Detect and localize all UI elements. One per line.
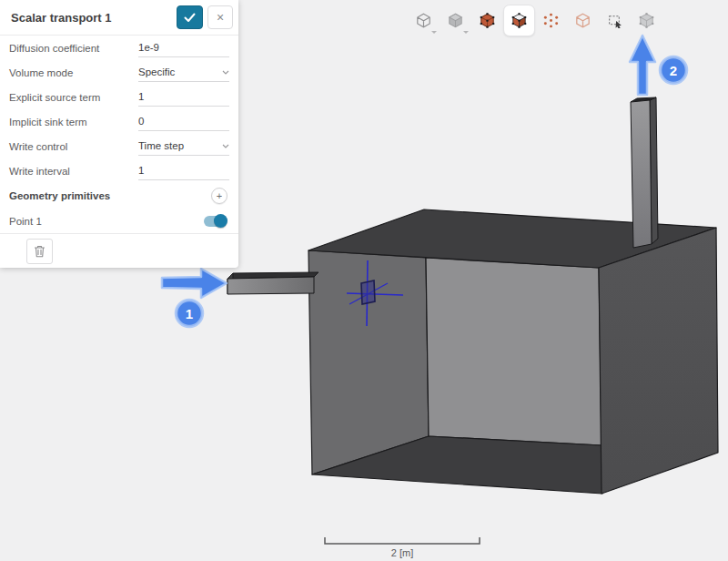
dropdown-caret-icon[interactable] (431, 31, 437, 34)
field-label: Implicit sink term (9, 117, 138, 128)
explicit-source-term-input[interactable] (138, 91, 229, 102)
select-faces-button[interactable] (503, 5, 535, 36)
trash-icon (34, 245, 46, 258)
geometry-primitives-section: Geometry primitives + (0, 183, 238, 209)
plus-icon: + (217, 190, 222, 201)
field-label: Write control (9, 141, 138, 152)
delete-button[interactable] (26, 239, 53, 264)
select-volumes-button[interactable] (471, 5, 503, 36)
selection-toolbar (408, 5, 662, 36)
field-row-explicit-source-term: Explicit source term (0, 85, 238, 109)
scalar-transport-settings-panel: Scalar transport 1 × Diffusion coefficie… (0, 0, 238, 268)
field-label: Volume mode (9, 67, 138, 78)
wireframe-cube-icon (416, 13, 431, 28)
callout-1-label: 1 (186, 306, 193, 321)
box-select-icon (607, 13, 622, 28)
panel-footer (0, 233, 238, 268)
panel-header: Scalar transport 1 × (0, 0, 238, 36)
outlet-pipe[interactable] (631, 97, 658, 248)
point-cube-glyph (361, 280, 375, 304)
add-geometry-primitive-button[interactable]: + (211, 188, 228, 204)
hide-selection-button (631, 5, 662, 36)
inlet-pipe[interactable] (228, 272, 318, 294)
dropdown-caret-icon[interactable] (463, 31, 469, 34)
solid-cube-icon (448, 13, 463, 28)
select-faces-icon (511, 13, 527, 28)
panel-title: Scalar transport 1 (11, 11, 177, 25)
field-row-write-interval: Write interval (0, 158, 238, 183)
solid-view-button[interactable] (440, 5, 471, 36)
check-icon (184, 13, 196, 23)
write-interval-input[interactable] (138, 165, 229, 176)
point-1-toggle[interactable] (204, 216, 226, 227)
box-geometry[interactable] (308, 209, 718, 494)
box-back-inner-wall[interactable] (426, 258, 602, 445)
callout-arrow-2: 2 (630, 36, 687, 95)
hide-selection-icon (639, 13, 654, 28)
volume-mode-select[interactable]: Specific (138, 63, 229, 82)
primitive-label: Point 1 (9, 216, 138, 227)
box-right-face[interactable] (599, 228, 718, 494)
select-volumes-icon (480, 13, 495, 28)
scale-bar: 2 [m] (325, 537, 480, 558)
field-label: Diffusion coefficient (9, 43, 138, 54)
close-button[interactable]: × (207, 5, 233, 29)
chevron-down-icon (222, 70, 229, 75)
write-control-select[interactable]: Time step (138, 137, 229, 156)
field-label: Explicit source term (9, 92, 138, 103)
field-label: Write interval (9, 166, 138, 177)
application-window: { "colors": { "accent_teal": "#17799e", … (0, 0, 728, 561)
toggle-knob (214, 214, 228, 228)
select-vertices-button[interactable] (535, 5, 567, 36)
implicit-sink-term-input[interactable] (138, 116, 229, 127)
select-edges-icon (575, 13, 591, 28)
chevron-down-icon (222, 144, 229, 148)
outlet-pipe-front-face[interactable] (631, 100, 652, 248)
scale-bar-label: 2 [m] (391, 547, 413, 558)
box-select-button[interactable] (599, 5, 631, 36)
select-vertices-icon (543, 13, 559, 28)
field-row-volume-mode: Volume mode Specific (0, 60, 238, 85)
section-label: Geometry primitives (9, 190, 138, 201)
inlet-pipe-front-face[interactable] (228, 277, 314, 294)
close-icon: × (217, 11, 224, 24)
field-row-write-control: Write control Time step (0, 134, 238, 158)
callout-arrow-1: 1 (162, 269, 227, 327)
wireframe-view-button[interactable] (408, 5, 440, 36)
primitive-row-point-1: Point 1 (0, 209, 238, 233)
field-row-diffusion-coefficient: Diffusion coefficient (0, 36, 238, 60)
apply-button[interactable] (177, 5, 203, 29)
select-edges-button[interactable] (567, 5, 599, 36)
diffusion-coefficient-input[interactable] (138, 42, 229, 53)
callout-2-label: 2 (670, 63, 677, 78)
field-row-implicit-sink-term: Implicit sink term (0, 109, 238, 134)
